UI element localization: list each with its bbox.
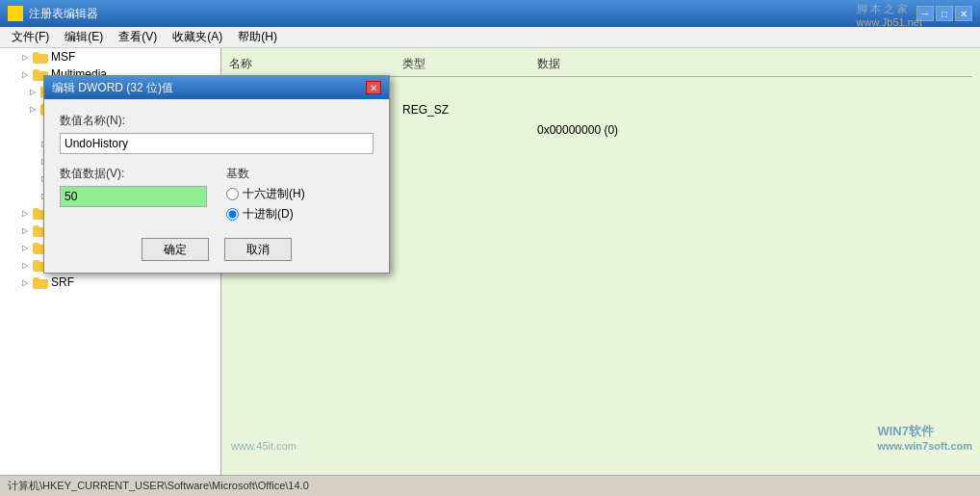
radio-decimal-item: 十进制(D): [226, 206, 374, 222]
column-headers: 名称 类型 数据: [229, 56, 972, 77]
dialog-title: 编辑 DWORD (32 位)值: [52, 80, 366, 96]
decimal-label: 十进制(D): [243, 206, 294, 222]
arrow-icon: ▷: [19, 207, 31, 219]
col-type: 类型: [402, 56, 499, 72]
folder-icon: [33, 276, 48, 289]
app-icon: [8, 6, 23, 21]
dialog-title-bar: 编辑 DWORD (32 位)值 ✕: [44, 76, 389, 99]
name-label: 数值名称(N):: [60, 113, 374, 129]
data-left: 数值数据(V):: [60, 166, 207, 226]
col-name: 名称: [229, 56, 364, 72]
menu-view[interactable]: 查看(V): [111, 27, 165, 47]
arrow-icon: ▷: [19, 276, 31, 288]
arrow-icon: ▷: [19, 224, 31, 236]
hex-radio[interactable]: [226, 188, 239, 200]
watermark-bottom-right: WIN7软件 www.win7soft.com: [877, 423, 972, 452]
title-bar: 注册表编辑器 脚 本 之 家 www.Jb51.net ─ □ ✕: [0, 0, 980, 27]
hex-label: 十六进制(H): [243, 186, 305, 202]
dialog-close-button[interactable]: ✕: [366, 81, 381, 94]
window-controls: ─ □ ✕: [916, 6, 972, 21]
tree-item-msf[interactable]: ▷ MSF: [0, 48, 220, 65]
edit-dword-dialog: 编辑 DWORD (32 位)值 ✕ 数值名称(N): 数值数据(V): 基数 …: [43, 75, 390, 274]
name-input[interactable]: [60, 133, 374, 154]
app-title: 注册表编辑器: [29, 6, 905, 22]
watermark-bottom-left: www.45it.com: [231, 440, 297, 452]
tree-label: SRF: [51, 275, 74, 289]
folder-icon: [33, 51, 48, 64]
ok-button[interactable]: 确定: [142, 238, 209, 261]
col-data: 数据: [537, 56, 560, 72]
menu-edit[interactable]: 编辑(E): [57, 27, 111, 47]
status-text: 计算机\HKEY_CURRENT_USER\Software\Microsoft…: [8, 479, 309, 493]
value-input[interactable]: [60, 186, 207, 207]
status-bar: 计算机\HKEY_CURRENT_USER\Software\Microsoft…: [0, 475, 980, 496]
menu-file[interactable]: 文件(F): [4, 27, 57, 47]
tree-item-srf[interactable]: ▷ SRF: [0, 274, 220, 291]
menu-help[interactable]: 帮助(H): [230, 27, 285, 47]
dialog-buttons: 确定 取消: [60, 238, 374, 261]
maximize-button[interactable]: □: [936, 6, 953, 21]
arrow-icon: ▷: [19, 51, 31, 63]
base-group: 基数 十六进制(H) 十进制(D): [226, 166, 374, 226]
arrow-icon: ▷: [19, 242, 31, 253]
arrow-icon: ▷: [27, 103, 39, 115]
watermark-top: 脚 本 之 家 www.Jb51.net: [857, 2, 922, 28]
arrow-icon: ▷: [19, 259, 31, 271]
radio-hex-item: 十六进制(H): [226, 186, 374, 202]
base-label: 基数: [226, 166, 374, 182]
arrow-icon: ▷: [19, 68, 31, 80]
arrow-icon: ▷: [27, 86, 39, 97]
data-row: 数值数据(V): 基数 十六进制(H) 十进制(D): [60, 166, 374, 226]
menu-favorites[interactable]: 收藏夹(A): [165, 27, 230, 47]
radio-group: 十六进制(H) 十进制(D): [226, 186, 374, 222]
data-label: 数值数据(V):: [60, 166, 207, 182]
dialog-body: 数值名称(N): 数值数据(V): 基数 十六进制(H): [44, 99, 389, 273]
close-button[interactable]: ✕: [955, 6, 972, 21]
menu-bar: 文件(F) 编辑(E) 查看(V) 收藏夹(A) 帮助(H): [0, 27, 980, 48]
tree-label: MSF: [51, 50, 75, 64]
decimal-radio[interactable]: [226, 208, 239, 221]
cancel-button[interactable]: 取消: [224, 238, 292, 261]
